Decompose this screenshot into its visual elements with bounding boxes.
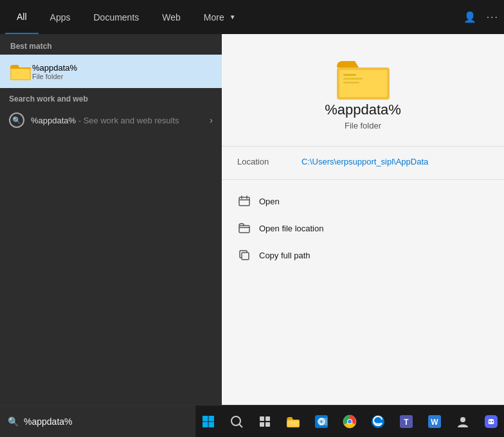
svg-rect-10 bbox=[242, 253, 249, 260]
taskbar-icons: O T bbox=[195, 409, 504, 434]
open-location-icon bbox=[237, 221, 251, 235]
left-panel: Best match %appdata% File folder Search … bbox=[0, 34, 222, 405]
svg-rect-7 bbox=[343, 82, 359, 84]
svg-rect-5 bbox=[343, 74, 356, 76]
action-open-location-label: Open file location bbox=[259, 224, 323, 233]
action-list: Open Open file location bbox=[222, 188, 504, 269]
best-match-item[interactable]: %appdata% File folder bbox=[0, 55, 222, 88]
svg-rect-2 bbox=[10, 67, 31, 69]
user-button[interactable] bbox=[450, 409, 476, 434]
teams-button[interactable]: T bbox=[393, 409, 419, 434]
svg-rect-19 bbox=[260, 422, 264, 427]
action-copy-path-label: Copy full path bbox=[259, 251, 310, 260]
svg-rect-8 bbox=[239, 197, 249, 206]
taskbar-search-icon: 🔍 bbox=[8, 416, 19, 427]
chevron-down-icon: ▼ bbox=[230, 13, 236, 21]
person-icon[interactable]: 👤 bbox=[464, 11, 476, 23]
result-text: %appdata% File folder bbox=[32, 63, 77, 80]
search-work-web-section: Search work and web 🔍 %appdata% - See wo… bbox=[0, 88, 222, 137]
folder-icon-small bbox=[9, 60, 32, 83]
discord-icon bbox=[484, 415, 498, 429]
edge-button[interactable] bbox=[365, 409, 391, 434]
folder-icon-large bbox=[334, 53, 392, 102]
divider-1 bbox=[222, 146, 504, 147]
chevron-right-icon: › bbox=[210, 115, 213, 125]
svg-rect-11 bbox=[203, 416, 208, 422]
app-title: %appdata% bbox=[325, 102, 401, 118]
right-panel: %appdata% File folder Location C:\Users\… bbox=[222, 34, 504, 405]
open-icon bbox=[237, 194, 251, 208]
svg-rect-1 bbox=[12, 69, 30, 79]
location-row: Location C:\Users\erpsupport_sipl\AppDat… bbox=[222, 157, 504, 166]
outlook-button[interactable]: O bbox=[309, 409, 334, 434]
svg-rect-14 bbox=[209, 422, 215, 427]
svg-point-30 bbox=[348, 420, 352, 424]
copy-icon bbox=[237, 248, 251, 262]
file-explorer-icon bbox=[285, 415, 301, 428]
svg-rect-17 bbox=[260, 416, 264, 421]
svg-point-38 bbox=[489, 420, 491, 422]
discord-button[interactable] bbox=[478, 409, 504, 434]
taskbar-search-button[interactable] bbox=[224, 409, 249, 434]
edge-icon bbox=[371, 415, 385, 429]
start-button[interactable] bbox=[195, 409, 221, 434]
nav-tab-more[interactable]: More ▼ bbox=[192, 0, 248, 34]
svg-rect-20 bbox=[266, 422, 270, 427]
taskbar: 🔍 %appdata% bbox=[0, 405, 504, 437]
chrome-button[interactable] bbox=[337, 409, 363, 434]
file-explorer-button[interactable] bbox=[280, 409, 306, 434]
svg-rect-9 bbox=[239, 226, 249, 233]
nav-tab-documents[interactable]: Documents bbox=[82, 0, 150, 34]
outlook-icon: O bbox=[314, 415, 328, 429]
nav-tab-apps[interactable]: Apps bbox=[39, 0, 82, 34]
user-icon bbox=[456, 415, 470, 429]
task-view-icon bbox=[258, 415, 271, 428]
taskbar-search-text: %appdata% bbox=[24, 416, 73, 427]
result-title: %appdata% bbox=[32, 63, 77, 73]
svg-point-39 bbox=[492, 420, 493, 422]
search-circle-icon bbox=[230, 415, 243, 428]
action-copy-full-path[interactable]: Copy full path bbox=[237, 242, 489, 269]
svg-point-15 bbox=[231, 416, 240, 425]
search-work-web-label: Search work and web bbox=[9, 94, 213, 103]
word-button[interactable]: W bbox=[422, 409, 447, 434]
chrome-icon bbox=[343, 415, 357, 429]
windows-icon bbox=[202, 415, 215, 428]
task-view-button[interactable] bbox=[252, 409, 278, 434]
svg-text:O: O bbox=[319, 418, 324, 425]
svg-rect-12 bbox=[209, 416, 215, 422]
result-subtitle: File folder bbox=[32, 73, 77, 80]
ellipsis-icon[interactable]: ··· bbox=[487, 12, 499, 23]
svg-rect-13 bbox=[203, 422, 208, 427]
svg-rect-6 bbox=[343, 78, 363, 80]
word-icon: W bbox=[428, 415, 442, 429]
search-web-query: %appdata% - See work and web results bbox=[31, 116, 179, 125]
nav-right-icons: 👤 ··· bbox=[464, 11, 499, 23]
action-open-label: Open bbox=[259, 197, 280, 206]
svg-point-36 bbox=[460, 417, 465, 422]
location-label: Location bbox=[237, 157, 302, 166]
app-subtitle: File folder bbox=[345, 121, 381, 130]
svg-text:T: T bbox=[404, 418, 409, 427]
taskbar-search-box[interactable]: 🔍 %appdata% bbox=[0, 406, 195, 438]
main-area: Best match %appdata% File folder Search … bbox=[0, 34, 504, 405]
action-open-file-location[interactable]: Open file location bbox=[237, 215, 489, 242]
svg-rect-22 bbox=[288, 421, 298, 426]
svg-rect-18 bbox=[266, 416, 270, 421]
top-navigation: All Apps Documents Web More ▼ 👤 ··· bbox=[0, 0, 504, 34]
search-web-item[interactable]: 🔍 %appdata% - See work and web results › bbox=[9, 107, 213, 133]
svg-text:W: W bbox=[431, 418, 438, 427]
action-open[interactable]: Open bbox=[237, 188, 489, 215]
svg-line-16 bbox=[239, 424, 242, 427]
best-match-label: Best match bbox=[0, 34, 222, 55]
nav-tab-all[interactable]: All bbox=[5, 0, 39, 34]
location-value[interactable]: C:\Users\erpsupport_sipl\AppData bbox=[302, 157, 428, 166]
nav-tab-web[interactable]: Web bbox=[150, 0, 192, 34]
search-icon: 🔍 bbox=[9, 112, 24, 128]
teams-icon: T bbox=[399, 415, 413, 429]
divider-2 bbox=[222, 179, 504, 180]
